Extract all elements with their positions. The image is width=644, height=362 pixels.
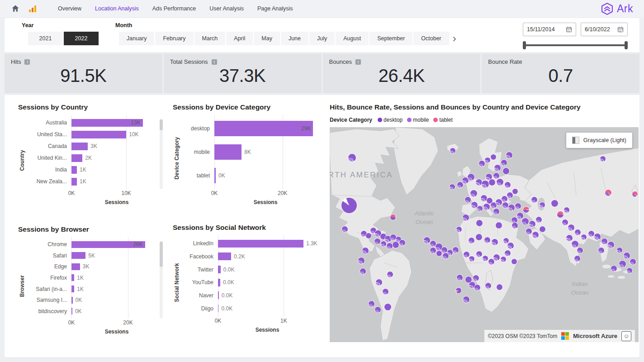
map-pie-marker[interactable] [430,248,436,253]
map-pie-marker[interactable] [577,248,583,253]
map-pie-marker[interactable] [453,247,459,253]
bar[interactable] [214,168,216,183]
map-pie-marker[interactable] [506,152,512,158]
map-pie-marker[interactable] [536,217,542,223]
legend-item-mobile[interactable]: mobile [407,117,429,123]
map-pie-marker[interactable] [632,191,638,197]
map-pie-marker[interactable] [362,248,369,254]
bar-row[interactable]: 3K [71,263,162,270]
tab-overview[interactable]: Overview [58,5,81,12]
map-pie-marker[interactable] [540,226,545,232]
map-pie-marker[interactable] [605,190,611,196]
tab-user-analysis[interactable]: User Analysis [209,5,244,12]
map-pie-marker[interactable] [611,266,617,272]
legend-item-tablet[interactable]: tablet [433,117,452,123]
bar-row[interactable]: 13K [71,119,162,127]
bar-row[interactable]: 1K [71,274,162,281]
map-pie-marker[interactable] [456,288,461,293]
map-style-button[interactable]: Grayscale (Light) [566,133,632,148]
map-pie-marker[interactable] [456,227,462,232]
map-pie-marker[interactable] [477,206,483,211]
bar-row[interactable]: 0.2K [218,252,317,260]
map-pie-marker[interactable] [443,253,449,259]
map-pie-marker[interactable] [581,234,587,240]
map-pie-marker[interactable] [511,217,517,223]
month-button-march[interactable]: March [194,32,226,45]
map-pie-marker[interactable] [476,179,482,186]
month-button-may[interactable]: May [254,32,280,45]
map-pie-marker[interactable] [384,304,391,310]
map-pie-marker[interactable] [630,259,636,265]
map-pie-marker[interactable] [532,232,539,238]
bar[interactable] [218,279,220,286]
map-pie-marker[interactable] [383,289,388,295]
map-pie-marker[interactable] [562,219,568,225]
bar-row[interactable]: 0K [71,308,162,314]
map-pie-marker[interactable] [508,205,515,211]
map-pie-marker[interactable] [376,279,382,286]
map-pie-marker[interactable] [566,235,573,241]
year-button-2021[interactable]: 2021 [28,32,63,45]
chart-scrollbar-thumb[interactable] [160,119,163,130]
bar-row[interactable]: 0.0K [218,266,317,273]
map-pie-marker[interactable] [476,251,482,257]
bar-row[interactable]: 0.0K [218,305,317,312]
map-pie-marker[interactable] [594,233,601,240]
map-pie-marker[interactable] [501,257,506,262]
map-pie-marker[interactable] [522,218,529,225]
map-pie-marker[interactable] [483,256,488,261]
map-pie-marker[interactable] [529,221,535,227]
bar-row[interactable]: 1.3K [218,240,317,248]
bar[interactable] [71,178,77,186]
map-pie-marker[interactable] [497,179,503,186]
map-pie-marker[interactable] [496,199,502,205]
map-pie-marker[interactable] [627,268,632,273]
map-pie-marker[interactable] [493,173,499,179]
map-pie-marker[interactable] [588,231,594,237]
map-pie-marker[interactable] [568,224,574,231]
map-pie-marker[interactable] [493,209,499,214]
map-pie-marker[interactable] [360,268,366,274]
map-pie-marker[interactable] [494,165,501,171]
map-pie-marker[interactable] [512,223,518,229]
slider-handle-start[interactable] [523,41,526,49]
world-map[interactable]: Grayscale (Light) ©2023 OSM ©2023 TomTom… [330,127,639,342]
map-pie-marker[interactable] [393,242,399,248]
map-pie-marker[interactable] [540,202,545,208]
map-pie-marker[interactable] [502,202,508,208]
map-pie-marker[interactable] [457,275,463,281]
map-pie-marker[interactable] [476,220,483,226]
month-button-april[interactable]: April [226,32,253,45]
bar[interactable] [71,166,77,174]
map-pie-marker[interactable] [369,301,374,307]
map-pie-marker[interactable] [481,195,487,201]
bar-row[interactable]: 1K [71,178,162,186]
bar[interactable] [71,274,74,281]
map-pie-marker[interactable] [601,238,607,244]
bar-row[interactable]: 0K [214,168,317,183]
map-pie-marker[interactable] [503,168,509,174]
bar[interactable] [71,263,80,270]
map-pie-marker[interactable] [469,256,474,262]
bar[interactable] [218,266,221,273]
bar[interactable] [71,286,74,292]
map-pie-marker[interactable] [512,189,518,194]
home-icon[interactable] [11,4,21,13]
map-pie-marker[interactable] [450,148,455,153]
feedback-smiley-button[interactable]: ☺ [621,331,631,341]
map-pie-marker[interactable] [463,296,469,303]
map-pie-marker[interactable] [399,240,405,246]
map-pie-marker[interactable] [476,234,482,240]
month-button-october[interactable]: October [413,32,449,45]
map-pie-marker[interactable] [492,239,498,245]
map-pie-marker[interactable] [441,247,447,253]
month-button-september[interactable]: September [369,32,412,45]
map-pie-marker[interactable] [469,238,474,243]
map-pie-marker[interactable] [390,214,396,220]
legend-item-desktop[interactable]: desktop [378,117,402,123]
map-pie-marker[interactable] [482,181,489,188]
year-button-2022[interactable]: 2022 [64,32,99,45]
map-pie-marker[interactable] [390,234,396,240]
map-pie-marker[interactable] [517,213,523,219]
map-pie-marker[interactable] [479,161,485,167]
